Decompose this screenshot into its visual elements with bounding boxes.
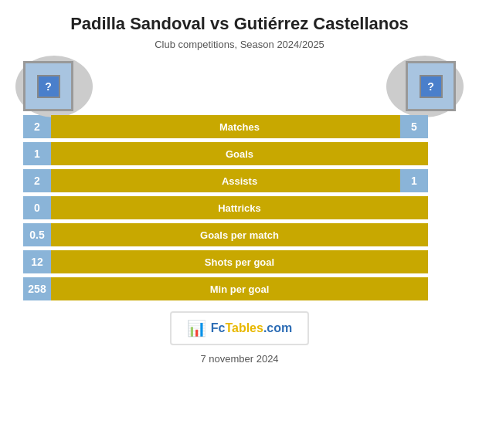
stat-label-text-0: Matches — [219, 121, 260, 133]
stat-label-text-3: Hattricks — [218, 202, 261, 214]
logo-tables: Tables — [225, 321, 263, 334]
stat-right-indicator-2: 1 — [400, 169, 428, 192]
logo-box: 📊 FcTables.com — [170, 311, 310, 345]
page-subtitle: Club competitions, Season 2024/2025 — [155, 39, 324, 50]
stat-label-text-1: Goals — [226, 148, 253, 160]
stat-left-value-6: 258 — [23, 277, 51, 300]
stat-bar-label-5: Shots per goal — [51, 250, 428, 273]
stat-row-2: 2Assists1 — [23, 169, 456, 192]
stat-right-indicator-0: 5 — [400, 115, 428, 138]
main-container: Padilla Sandoval vs Gutiérrez Castellano… — [0, 0, 479, 448]
stat-right-value-6 — [428, 277, 456, 300]
stat-label-text-4: Goals per match — [200, 229, 279, 241]
stat-label-text-2: Assists — [222, 175, 257, 187]
right-question-mark: ? — [427, 80, 434, 93]
right-player: ? — [406, 61, 456, 111]
stat-row-0: 2Matches5 — [23, 115, 456, 138]
left-player: ? — [23, 61, 73, 111]
stat-label-text-6: Min per goal — [210, 283, 270, 295]
stat-right-value-1 — [428, 142, 456, 165]
stat-right-value-5 — [428, 250, 456, 273]
stat-label-text-5: Shots per goal — [205, 256, 274, 268]
stat-row-3: 0Hattricks — [23, 196, 456, 219]
stat-bar-label-0: Matches5 — [51, 115, 428, 138]
stat-bar-label-3: Hattricks — [51, 196, 428, 219]
logo-dot-com: .com — [263, 321, 292, 334]
logo-icon: 📊 — [187, 319, 206, 338]
stat-bar-label-1: Goals — [51, 142, 428, 165]
stat-right-value-0 — [428, 115, 456, 138]
stat-row-5: 12Shots per goal — [23, 250, 456, 273]
stat-left-value-5: 12 — [23, 250, 51, 273]
left-avatar: ? — [23, 61, 73, 111]
stat-left-value-1: 1 — [23, 142, 51, 165]
stat-left-value-2: 2 — [23, 169, 51, 192]
logo-text: FcTables.com — [211, 321, 293, 335]
right-avatar-icon: ? — [420, 75, 443, 98]
stat-row-1: 1Goals — [23, 142, 456, 165]
page-title: Padilla Sandoval vs Gutiérrez Castellano… — [63, 14, 416, 34]
stat-left-value-0: 2 — [23, 115, 51, 138]
stat-right-value-2 — [428, 169, 456, 192]
left-avatar-icon: ? — [37, 75, 60, 98]
stat-left-value-3: 0 — [23, 196, 51, 219]
stat-row-6: 258Min per goal — [23, 277, 456, 300]
stat-right-value-3 — [428, 196, 456, 219]
stats-table: 2Matches51Goals2Assists10Hattricks0.5Goa… — [15, 115, 464, 300]
stat-right-value-4 — [428, 223, 456, 246]
logo-fc: Fc — [211, 321, 226, 334]
avatars-row: ? ? — [15, 61, 464, 111]
stat-bar-label-2: Assists1 — [51, 169, 428, 192]
stat-left-value-4: 0.5 — [23, 223, 51, 246]
stat-bar-label-6: Min per goal — [51, 277, 428, 300]
footer-date: 7 november 2024 — [200, 353, 278, 365]
left-question-mark: ? — [45, 80, 52, 93]
right-avatar: ? — [406, 61, 456, 111]
stat-row-4: 0.5Goals per match — [23, 223, 456, 246]
stat-bar-label-4: Goals per match — [51, 223, 428, 246]
